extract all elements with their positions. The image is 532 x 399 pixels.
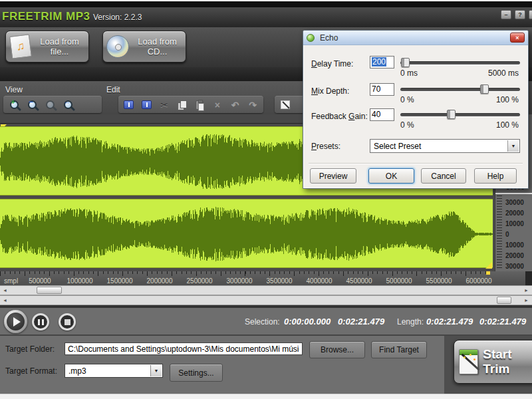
- length-time: 0:02:21.479: [426, 317, 473, 327]
- amplitude-scale-label: 20000: [505, 209, 524, 217]
- zoom-fit-button[interactable]: ↔: [60, 98, 76, 112]
- feedback-slider-thumb[interactable]: [447, 110, 456, 119]
- scroll-left-icon[interactable]: ◄: [1, 297, 9, 304]
- find-target-button[interactable]: Find Target: [371, 341, 427, 358]
- app-window: FREETRIM MP3 Version: 2.2.3 – ? × ♫ Load…: [0, 0, 532, 399]
- ruler-major-ticks: [0, 271, 490, 276]
- paste-icon: [196, 100, 203, 110]
- dialog-close-button[interactable]: ×: [510, 33, 525, 43]
- transport-bar: Selection: 0:00:00.000 0:02:21.479 Lengt…: [0, 305, 532, 334]
- mix-slider-thumb[interactable]: [480, 84, 489, 94]
- presets-value: Select Preset: [374, 142, 421, 151]
- target-folder-label: Target Folder:: [5, 344, 55, 354]
- waveform-svg-right: [0, 202, 493, 266]
- settings-button[interactable]: Settings...: [170, 364, 223, 382]
- target-format-label: Target Format:: [5, 366, 57, 376]
- h-scrollbar-top[interactable]: ◄ ►: [0, 285, 532, 295]
- feedback-min-label: 0 %: [400, 120, 414, 130]
- mix-depth-slider[interactable]: [400, 88, 520, 91]
- help-titlebar-button[interactable]: ?: [515, 10, 525, 19]
- selection-label: Selection:: [245, 317, 280, 327]
- select-end-button[interactable]: [139, 98, 155, 112]
- total-length-time: 0:02:21.479: [479, 317, 526, 327]
- scroll-right-icon[interactable]: ►: [523, 297, 530, 304]
- edit-section-label: Edit: [106, 85, 120, 94]
- ruler-label: 2500000: [187, 277, 213, 285]
- amplitude-scale-label: 10000: [505, 241, 524, 249]
- mix-depth-value: 70: [372, 84, 380, 94]
- stop-button[interactable]: [59, 313, 76, 331]
- selection-start-time: 0:00:00.000: [284, 317, 331, 327]
- view-toolbar-group: + − ↔: [3, 96, 102, 113]
- ruler-unit-label: smpl: [4, 277, 18, 285]
- delay-time-slider[interactable]: [400, 61, 520, 65]
- load-from-cd-button[interactable]: Load fromCD...: [102, 31, 186, 63]
- delay-slider-thumb[interactable]: [401, 58, 410, 67]
- feedback-max-label: 100 %: [496, 120, 519, 130]
- chevron-down-icon: ▼: [150, 365, 162, 376]
- scrollbar-thumb[interactable]: [37, 287, 62, 294]
- zoom-in-icon: +: [10, 100, 19, 109]
- select-start-button[interactable]: [121, 98, 137, 112]
- feedback-gain-input[interactable]: 40: [370, 108, 394, 121]
- app-logo: FREETRIM MP3: [2, 10, 90, 23]
- zoom-out-button[interactable]: −: [24, 98, 40, 112]
- scroll-left-icon[interactable]: ◄: [1, 287, 9, 294]
- status-strip: [0, 394, 532, 399]
- play-button[interactable]: [4, 310, 27, 333]
- ruler-right-cap: [525, 271, 532, 285]
- feedback-gain-slider[interactable]: [400, 113, 520, 116]
- pause-button[interactable]: [32, 313, 49, 331]
- redo-button[interactable]: ↷: [245, 98, 261, 112]
- play-icon: [13, 317, 21, 327]
- zoom-in-button[interactable]: +: [6, 98, 22, 112]
- channel-scale-separator: [495, 193, 532, 194]
- undo-button[interactable]: ↶: [227, 98, 243, 112]
- trim-wand-icon: [459, 349, 478, 374]
- close-button[interactable]: ×: [529, 10, 532, 19]
- feedback-gain-value: 40: [372, 110, 380, 119]
- selection-end-time: 0:02:21.479: [338, 317, 384, 327]
- timeline-ruler: smpl 50000010000001500000200000025000003…: [0, 271, 532, 285]
- app-titlebar: FREETRIM MP3 Version: 2.2.3 – ? ×: [0, 7, 532, 27]
- presets-label: Presets:: [311, 142, 340, 151]
- feedback-gain-label: Feedback Gain:: [311, 112, 368, 121]
- h-scrollbar-bottom[interactable]: ◄ ►: [0, 295, 532, 305]
- amplitude-scale-label: 10000: [505, 220, 524, 227]
- target-folder-input[interactable]: [65, 342, 303, 355]
- start-trim-button[interactable]: Start Trim: [454, 340, 532, 384]
- delay-time-label: Delay Time:: [311, 59, 353, 68]
- delay-time-value: 200: [372, 57, 386, 66]
- presets-select[interactable]: Select Preset ▼: [370, 139, 520, 153]
- delete-button[interactable]: ×: [209, 98, 225, 112]
- help-button[interactable]: Help: [474, 168, 517, 184]
- zoom-selection-button[interactable]: [42, 98, 58, 112]
- scroll-right-icon[interactable]: ►: [523, 287, 530, 294]
- preview-button[interactable]: Preview: [310, 168, 356, 184]
- track-end-marker: [486, 271, 490, 275]
- browse-button[interactable]: Browse...: [309, 341, 365, 358]
- delay-time-input[interactable]: 200: [370, 56, 394, 68]
- minimize-button[interactable]: –: [501, 10, 511, 19]
- mix-depth-input[interactable]: 70: [370, 83, 394, 96]
- delete-icon: ×: [215, 100, 220, 110]
- cut-button[interactable]: ✂: [156, 98, 172, 112]
- selection-end-marker[interactable]: [485, 262, 492, 269]
- ok-button[interactable]: OK: [368, 168, 414, 184]
- dialog-titlebar[interactable]: Echo ×: [303, 31, 528, 45]
- top-edge-strip: [0, 1, 532, 7]
- load-from-file-button[interactable]: ♫ Load fromfile...: [5, 31, 89, 63]
- edit-tool-button[interactable]: [277, 98, 293, 112]
- target-format-select[interactable]: .mp3 ▼: [65, 364, 163, 378]
- ruler-label: 2000000: [147, 277, 173, 285]
- cancel-button[interactable]: Cancel: [421, 168, 466, 184]
- cd-icon: [106, 35, 129, 58]
- copy-button[interactable]: [174, 98, 190, 112]
- ruler-label: 500000: [29, 277, 51, 285]
- stop-icon: [65, 319, 70, 325]
- paste-button[interactable]: [192, 98, 208, 112]
- amplitude-scale-label: 0: [505, 231, 509, 238]
- scrollbar-thumb[interactable]: [497, 297, 511, 304]
- waveform-right-channel[interactable]: [0, 199, 493, 268]
- edit-toolbar-group: ✂ × ↶ ↷: [118, 96, 263, 113]
